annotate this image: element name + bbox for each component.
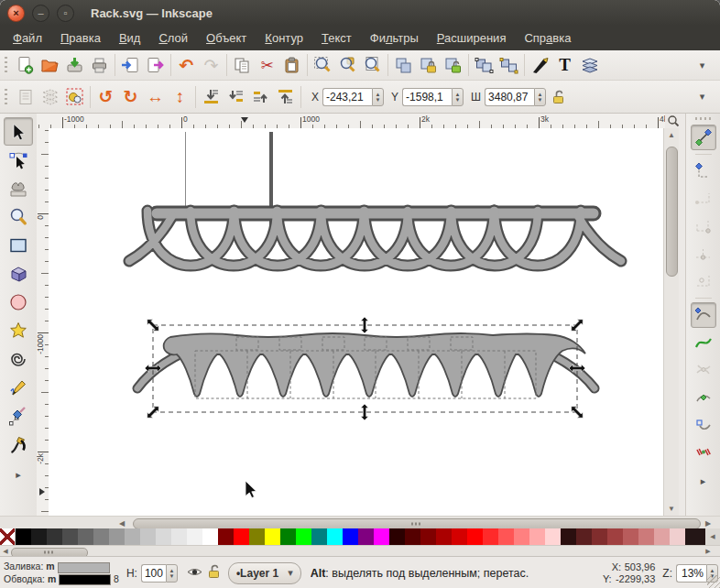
opacity-spinner[interactable]: ▲▼: [166, 564, 178, 583]
tool-ellipse[interactable]: [4, 288, 33, 316]
zoom-field[interactable]: [676, 564, 706, 583]
tool-tweak[interactable]: [4, 174, 33, 202]
tool-options-overflow-button[interactable]: ▾: [690, 84, 715, 109]
enable-snapping-button[interactable]: [691, 125, 716, 150]
zoom-page-button[interactable]: [360, 53, 385, 78]
palette-swatch-15[interactable]: [249, 528, 265, 545]
palette-swatch-14[interactable]: [234, 528, 249, 545]
raise-button[interactable]: [248, 84, 273, 109]
palette-swatch-24[interactable]: [389, 528, 405, 545]
palette-swatch-10[interactable]: [171, 528, 187, 545]
palette-swatch-8[interactable]: [140, 528, 156, 545]
palette-swatch-21[interactable]: [343, 528, 358, 545]
palette-swatch-29[interactable]: [467, 528, 483, 545]
palette-swatch-32[interactable]: [514, 528, 529, 545]
snap-bounding-box-button[interactable]: [691, 158, 716, 184]
menu-item-2[interactable]: Вид: [110, 27, 150, 49]
snap-cusp-nodes-button[interactable]: [691, 385, 716, 410]
layers-dialog-button[interactable]: [577, 53, 602, 78]
palette-swatch-37[interactable]: [592, 528, 607, 545]
horizontal-scrollbar[interactable]: ◀ ▶: [0, 516, 720, 529]
palette-swatch-none[interactable]: [0, 528, 16, 545]
menu-item-1[interactable]: Правка: [51, 27, 110, 49]
palette-swatch-7[interactable]: [125, 528, 140, 545]
y-spinner[interactable]: ▲▼: [452, 88, 464, 106]
palette-swatch-3[interactable]: [62, 528, 78, 545]
snap-path-intersections-button[interactable]: [691, 357, 716, 383]
fill-stroke-indicator[interactable]: Заливка: m Обводка: m 8: [4, 561, 119, 584]
tool-rectangle[interactable]: [4, 231, 33, 259]
palette-swatch-38[interactable]: [607, 528, 623, 545]
redo-button[interactable]: ↷: [199, 53, 224, 78]
palette-swatch-17[interactable]: [280, 528, 296, 545]
menu-item-7[interactable]: Фильтры: [361, 27, 428, 49]
horizontal-ruler[interactable]: -1000010002k3k4k: [37, 114, 665, 129]
palette-swatch-36[interactable]: [576, 528, 592, 545]
duplicate-button[interactable]: [391, 53, 416, 78]
palette-swatch-0[interactable]: [16, 528, 31, 545]
menu-item-9[interactable]: Справка: [515, 27, 580, 49]
paste-button[interactable]: [279, 53, 304, 78]
snap-bbox-edges-button[interactable]: [691, 186, 716, 212]
maximize-button[interactable]: ▫: [57, 5, 74, 22]
snap-midpoints-button[interactable]: [691, 440, 716, 465]
snap-smooth-nodes-button[interactable]: [691, 412, 716, 438]
palette-end-swatch[interactable]: [685, 528, 705, 545]
new-document-button[interactable]: [13, 53, 38, 78]
menu-item-3[interactable]: Слой: [149, 27, 197, 49]
close-button[interactable]: ×: [7, 5, 25, 22]
save-document-button[interactable]: [62, 53, 87, 78]
tool-pen[interactable]: [4, 401, 33, 430]
group-button[interactable]: [472, 53, 496, 78]
rotate-cw-button[interactable]: ↻: [118, 84, 143, 109]
y-field[interactable]: [402, 88, 452, 106]
toolbar-overflow-button[interactable]: ▾: [690, 53, 715, 78]
tool-spiral[interactable]: [4, 344, 33, 373]
fill-stroke-dialog-button[interactable]: [528, 53, 552, 78]
canvas[interactable]: [49, 128, 663, 516]
copy-button[interactable]: [230, 53, 255, 78]
palette-swatch-13[interactable]: [218, 528, 234, 545]
flip-vertical-button[interactable]: ↕: [168, 84, 192, 109]
menu-item-5[interactable]: Контур: [256, 27, 312, 49]
tool-star[interactable]: [4, 316, 33, 344]
palette-swatch-4[interactable]: [78, 528, 93, 545]
palette-swatch-34[interactable]: [545, 528, 561, 545]
x-spinner[interactable]: ▲▼: [372, 88, 384, 106]
toolbox-expander[interactable]: ▸: [0, 465, 37, 482]
tool-selector[interactable]: [4, 117, 33, 146]
snap-bbox-centers-button[interactable]: [691, 268, 716, 294]
toolbar-grip[interactable]: [695, 117, 712, 120]
cut-button[interactable]: ✂: [255, 53, 279, 78]
palette-swatch-22[interactable]: [358, 528, 374, 545]
menu-item-6[interactable]: Текст: [312, 27, 361, 49]
select-all-layers-button[interactable]: [38, 84, 62, 109]
palette-swatch-26[interactable]: [420, 528, 436, 545]
tool-pencil[interactable]: [4, 373, 33, 401]
fill-swatch[interactable]: [58, 562, 110, 573]
palette-swatch-30[interactable]: [483, 528, 498, 545]
palette-swatch-2[interactable]: [47, 528, 62, 545]
palette-swatch-31[interactable]: [498, 528, 514, 545]
stroke-swatch[interactable]: [59, 574, 111, 585]
import-button[interactable]: [118, 53, 143, 78]
palette-swatch-33[interactable]: [529, 528, 545, 545]
titlebar[interactable]: × – ▫ Rack.svg — Inkscape: [0, 0, 720, 27]
palette-swatch-23[interactable]: [374, 528, 389, 545]
x-field[interactable]: [322, 88, 372, 106]
menu-item-8[interactable]: Расширения: [428, 27, 516, 49]
snapbar-expander[interactable]: ▸: [701, 472, 706, 488]
export-button[interactable]: [143, 53, 168, 78]
menu-item-0[interactable]: Файл: [4, 27, 51, 49]
palette-swatch-20[interactable]: [327, 528, 343, 545]
menu-item-4[interactable]: Объект: [197, 27, 256, 49]
opacity-field[interactable]: [141, 564, 166, 583]
layer-selector[interactable]: •Layer 1 ▾: [228, 562, 301, 584]
palette-swatch-19[interactable]: [311, 528, 327, 545]
deselect-button[interactable]: [62, 84, 87, 109]
palette-swatch-6[interactable]: [109, 528, 125, 545]
vertical-scroll-thumb[interactable]: [666, 147, 678, 277]
palette-swatch-12[interactable]: [202, 528, 218, 545]
palette-swatch-1[interactable]: [31, 528, 47, 545]
tool-node-editor[interactable]: [4, 146, 33, 174]
